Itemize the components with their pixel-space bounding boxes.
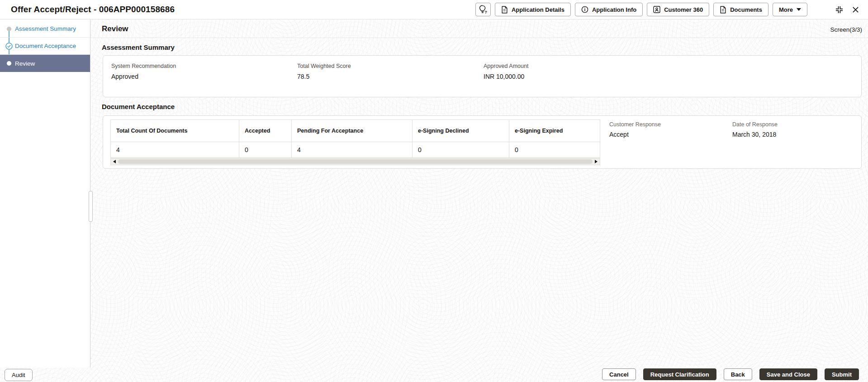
collapse-layout-button[interactable] — [834, 5, 844, 15]
approved-amount-value: INR 10,000.00 — [484, 73, 528, 80]
field-total-weighted-score: Total Weighted Score 78.5 — [297, 63, 351, 80]
document-acceptance-card: Total Count Of Documents Accepted Pendin… — [103, 115, 862, 169]
app-title: Offer Accept/Reject - 006APP000158686 — [11, 0, 175, 19]
lightbulb-question-icon: ? — [479, 5, 487, 14]
more-button[interactable]: More — [773, 3, 807, 16]
active-step-dot-icon — [7, 61, 11, 66]
cell-total-count: 4 — [111, 142, 239, 158]
field-date-of-response: Date of Response March 30, 2018 — [732, 121, 778, 138]
cell-accepted: 0 — [239, 142, 292, 158]
page-title: Review — [102, 24, 128, 33]
field-approved-amount: Approved Amount INR 10,000.00 — [484, 63, 528, 80]
document-acceptance-heading: Document Acceptance — [102, 103, 175, 110]
step-document-acceptance[interactable]: Document Acceptance — [0, 38, 90, 55]
customer-360-button[interactable]: Customer 360 — [647, 3, 709, 16]
scrollbar-thumb[interactable] — [118, 159, 593, 164]
step-review[interactable]: Review — [0, 55, 90, 72]
assessment-summary-card: System Recommendation Approved Total Wei… — [103, 55, 862, 97]
application-info-label: Application Info — [592, 6, 636, 13]
application-info-button[interactable]: Application Info — [575, 3, 643, 16]
date-of-response-label: Date of Response — [732, 121, 778, 128]
screen-indicator: Screen(3/3) — [830, 26, 862, 33]
system-recommendation-value: Approved — [111, 73, 176, 80]
table-horizontal-scrollbar[interactable] — [110, 158, 600, 165]
documents-button[interactable]: Documents — [713, 3, 768, 16]
step-assessment-summary[interactable]: Assessment Summary — [0, 20, 90, 38]
svg-text:?: ? — [484, 10, 487, 14]
field-customer-response: Customer Response Accept — [609, 121, 661, 138]
customer-response-label: Customer Response — [609, 121, 661, 128]
panel-resize-handle[interactable] — [89, 191, 93, 222]
caret-down-icon — [797, 8, 801, 11]
document-acceptance-table: Total Count Of Documents Accepted Pendin… — [110, 119, 600, 158]
scroll-left-arrow[interactable] — [111, 158, 118, 165]
step-assessment-summary-label: Assessment Summary — [15, 25, 76, 32]
left-triangle-icon — [113, 160, 116, 163]
collapse-icon — [835, 5, 844, 14]
help-button[interactable]: ? — [475, 3, 491, 16]
app-header: Offer Accept/Reject - 006APP000158686 ? … — [0, 0, 868, 19]
cell-esigning-expired: 0 — [509, 142, 600, 158]
column-header-pending: Pending For Acceptance — [292, 120, 413, 142]
cell-pending: 4 — [292, 142, 413, 158]
cell-esigning-declined: 0 — [413, 142, 509, 158]
back-button[interactable]: Back — [724, 368, 752, 380]
assessment-summary-heading: Assessment Summary — [102, 43, 175, 51]
person-badge-icon — [653, 6, 660, 13]
document-icon — [720, 6, 726, 14]
customer-360-label: Customer 360 — [664, 6, 703, 13]
system-recommendation-label: System Recommendation — [111, 63, 176, 69]
column-header-esigning-declined: e-Signing Declined — [413, 120, 509, 142]
application-details-button[interactable]: Application Details — [495, 3, 571, 16]
column-header-accepted: Accepted — [239, 120, 292, 142]
audit-button[interactable]: Audit — [5, 369, 33, 381]
footer-actions: Cancel Request Clarification Back Save a… — [602, 368, 859, 380]
column-header-esigning-expired: e-Signing Expired — [509, 120, 600, 142]
step-document-acceptance-label: Document Acceptance — [15, 43, 76, 49]
approved-amount-label: Approved Amount — [484, 63, 528, 69]
customer-response-value: Accept — [609, 131, 661, 138]
total-weighted-score-label: Total Weighted Score — [297, 63, 351, 69]
application-details-label: Application Details — [512, 6, 564, 13]
table-header-row: Total Count Of Documents Accepted Pendin… — [111, 120, 600, 142]
field-system-recommendation: System Recommendation Approved — [111, 63, 176, 80]
completed-step-check-icon — [5, 43, 13, 50]
more-label: More — [779, 6, 793, 13]
header-divider — [91, 38, 868, 38]
workflow-sidebar: Assessment Summary Document Acceptance R… — [0, 19, 90, 368]
right-triangle-icon — [595, 160, 598, 163]
step-review-label: Review — [15, 60, 35, 67]
pending-step-dot-icon — [7, 27, 11, 31]
column-header-total-count: Total Count Of Documents — [111, 120, 239, 142]
save-and-close-button[interactable]: Save and Close — [759, 368, 817, 380]
request-clarification-button[interactable]: Request Clarification — [643, 368, 716, 380]
table-row: 4 0 4 0 0 — [111, 142, 600, 158]
header-toolbar: ? Application Details — [475, 3, 863, 16]
submit-button[interactable]: Submit — [825, 368, 859, 380]
cancel-button[interactable]: Cancel — [602, 368, 636, 380]
scroll-right-arrow[interactable] — [593, 158, 600, 165]
total-weighted-score-value: 78.5 — [297, 73, 351, 80]
close-icon — [852, 6, 859, 13]
close-button[interactable] — [851, 5, 860, 14]
date-of-response-value: March 30, 2018 — [732, 131, 778, 138]
documents-label: Documents — [730, 6, 762, 13]
window-controls — [834, 5, 860, 15]
info-icon — [581, 6, 588, 13]
document-icon — [501, 6, 508, 14]
